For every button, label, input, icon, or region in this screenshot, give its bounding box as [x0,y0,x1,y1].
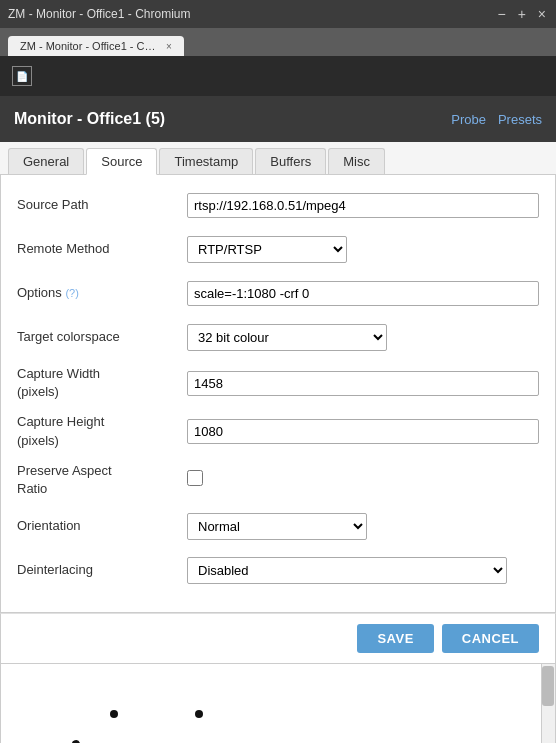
options-row: Options (?) [17,277,539,309]
target-colorspace-label: Target colorspace [17,329,187,346]
tab-buffers[interactable]: Buffers [255,148,326,174]
capture-width-row: Capture Width(pixels) [17,365,539,401]
remote-method-field: RTP/RTSP RTP/Unicast RTP/Multicast HTTP [187,236,539,263]
options-help[interactable]: (?) [65,287,78,299]
orientation-row: Orientation Normal Rotate 90° Rotate 180… [17,510,539,542]
monitor-links: Probe Presets [451,112,542,127]
title-bar-controls: − + × [495,6,548,22]
orientation-select[interactable]: Normal Rotate 90° Rotate 180° Rotate 270… [187,513,367,540]
drawing-dot-left [110,710,118,718]
options-label: Options (?) [17,285,187,302]
scrollbar[interactable] [541,664,555,743]
options-field [187,281,539,306]
capture-width-field [187,371,539,396]
title-bar: ZM - Monitor - Office1 - Chromium − + × [0,0,556,28]
tab-source[interactable]: Source [86,148,157,175]
cancel-button[interactable]: CANCEL [442,624,539,653]
tab-timestamp[interactable]: Timestamp [159,148,253,174]
source-path-field [187,193,539,218]
source-path-label: Source Path [17,197,187,214]
monitor-header: Monitor - Office1 (5) Probe Presets [0,96,556,142]
monitor-title: Monitor - Office1 (5) [14,110,165,128]
drawing-dot-right [195,710,203,718]
page-icon-symbol: 📄 [16,71,28,82]
probe-link[interactable]: Probe [451,112,486,127]
form-content: Source Path Remote Method RTP/RTSP RTP/U… [0,175,556,613]
capture-height-label: Capture Height(pixels) [17,413,187,449]
remote-method-select[interactable]: RTP/RTSP RTP/Unicast RTP/Multicast HTTP [187,236,347,263]
scrollbar-thumb[interactable] [542,666,554,706]
browser-tab-title: ZM - Monitor - Office1 - Chromium [20,40,160,52]
save-button[interactable]: SAVE [357,624,433,653]
source-path-input[interactable] [187,193,539,218]
remote-method-row: Remote Method RTP/RTSP RTP/Unicast RTP/M… [17,233,539,265]
preserve-aspect-checkbox[interactable] [187,470,203,486]
preserve-aspect-field [187,470,539,489]
close-button[interactable]: × [536,6,548,22]
orientation-label: Orientation [17,518,187,535]
preserve-aspect-label: Preserve AspectRatio [17,462,187,498]
tab-general[interactable]: General [8,148,84,174]
maximize-button[interactable]: + [516,6,528,22]
page-icon: 📄 [12,66,32,86]
target-colorspace-field: 32 bit colour 24 bit colour 8 bit grey [187,324,539,351]
bottom-area [0,664,556,743]
deinterlacing-field: Disabled Enabled - 4 Field (Soft) Enable… [187,557,539,584]
tabs-bar: General Source Timestamp Buffers Misc [0,142,556,175]
target-colorspace-select[interactable]: 32 bit colour 24 bit colour 8 bit grey [187,324,387,351]
chrome-tab-bar: ZM - Monitor - Office1 - Chromium × [0,28,556,56]
orientation-field: Normal Rotate 90° Rotate 180° Rotate 270… [187,513,539,540]
browser-tab-close[interactable]: × [166,41,172,52]
minimize-button[interactable]: − [495,6,507,22]
capture-width-label: Capture Width(pixels) [17,365,187,401]
presets-link[interactable]: Presets [498,112,542,127]
browser-tab[interactable]: ZM - Monitor - Office1 - Chromium × [8,36,184,56]
form-buttons: SAVE CANCEL [0,613,556,664]
remote-method-label: Remote Method [17,241,187,258]
deinterlacing-select[interactable]: Disabled Enabled - 4 Field (Soft) Enable… [187,557,507,584]
source-path-row: Source Path [17,189,539,221]
deinterlacing-row: Deinterlacing Disabled Enabled - 4 Field… [17,554,539,586]
capture-height-field [187,419,539,444]
target-colorspace-row: Target colorspace 32 bit colour 24 bit c… [17,321,539,353]
canvas-drawing [1,664,556,743]
preserve-aspect-row: Preserve AspectRatio [17,462,539,498]
options-input[interactable] [187,281,539,306]
deinterlacing-label: Deinterlacing [17,562,187,579]
capture-height-input[interactable] [187,419,539,444]
title-bar-title: ZM - Monitor - Office1 - Chromium [8,7,190,21]
app-header: 📄 [0,56,556,96]
tab-misc[interactable]: Misc [328,148,385,174]
title-bar-left: ZM - Monitor - Office1 - Chromium [8,7,190,21]
capture-width-input[interactable] [187,371,539,396]
capture-height-row: Capture Height(pixels) [17,413,539,449]
